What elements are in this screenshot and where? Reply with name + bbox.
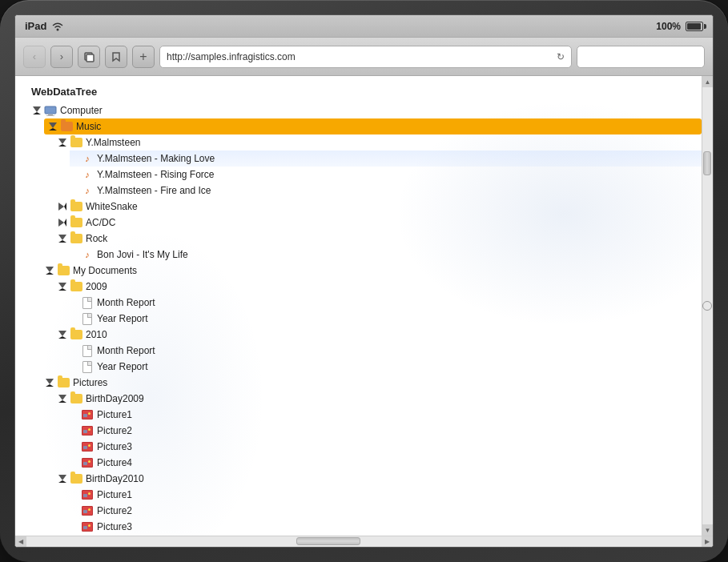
svg-rect-3	[45, 106, 56, 114]
toggle-2010[interactable]	[57, 329, 68, 340]
tabs-icon	[83, 51, 95, 62]
toggle-pictures[interactable]	[44, 377, 55, 388]
toggle-rock[interactable]	[57, 233, 68, 244]
computer-icon	[44, 104, 57, 117]
label-making-love: Y.Malmsteen - Making Love	[97, 153, 215, 164]
picture-icon-3-2010	[81, 520, 94, 533]
tree-item-pic3-2010[interactable]: Picture3	[70, 519, 702, 535]
tree-item-bon-jovi[interactable]: ♪ Bon Jovi - It's My Life	[70, 247, 702, 263]
children-birthday2010: Picture1 Pictu	[57, 487, 702, 535]
svg-rect-5	[46, 115, 54, 116]
tree-item-pic4-2009[interactable]: Picture4	[70, 455, 702, 471]
tree-item-rock[interactable]: Rock	[57, 231, 702, 247]
ipad-screen: iPad 100% ‹ ›	[14, 14, 714, 548]
tree-item-pic3-2009[interactable]: Picture3	[70, 439, 702, 455]
tree-item-year-2010[interactable]: Year Report	[70, 359, 702, 375]
tree-container[interactable]: WebDataTree	[15, 76, 702, 536]
toggle-ymalmsteen[interactable]	[57, 137, 68, 148]
url-text: http://samples.infragistics.com	[167, 51, 553, 62]
folder-icon-pictures	[57, 376, 70, 389]
label-month-2009: Month Report	[97, 297, 155, 308]
label-month-2010: Month Report	[97, 345, 155, 356]
tree-item-whitesnake[interactable]: WhiteSnake	[57, 199, 702, 215]
label-ymalmsteen: Y.Malmsteen	[86, 137, 140, 148]
tree-item-year-2009[interactable]: Year Report	[70, 311, 702, 327]
ipad-frame: iPad 100% ‹ ›	[0, 0, 728, 562]
tree-item-fire-and-ice[interactable]: ♪ Y.Malmsteen - Fire and Ice	[70, 183, 702, 199]
picture-icon-1-2009	[81, 408, 94, 421]
picture-icon-1-2010	[81, 488, 94, 501]
picture-icon-4-2009	[81, 456, 94, 469]
label-pic2-2009: Picture2	[97, 425, 132, 436]
toggle-2009[interactable]	[57, 281, 68, 292]
toggle-mydocuments[interactable]	[44, 265, 55, 276]
url-bar[interactable]: http://samples.infragistics.com ↻	[159, 46, 572, 68]
search-bar[interactable]	[577, 46, 705, 68]
tree-item-month-2010[interactable]: Month Report	[70, 343, 702, 359]
label-acdc: AC/DC	[86, 217, 115, 228]
expand-icon-music	[49, 122, 57, 130]
tree-item-network[interactable]: Network	[44, 535, 702, 536]
tree-item-2010[interactable]: 2010	[57, 327, 702, 343]
new-tab-button[interactable]: +	[132, 46, 155, 68]
tree-item-pictures[interactable]: Pictures	[44, 375, 702, 391]
tree-item-pic1-2010[interactable]: Picture1	[70, 487, 702, 503]
tree-item-pic2-2009[interactable]: Picture2	[70, 423, 702, 439]
label-birthday2009: BirthDay2009	[86, 393, 144, 404]
tree-title: WebDataTree	[31, 84, 702, 102]
label-music: Music	[76, 121, 101, 132]
toggle-music[interactable]	[47, 121, 58, 132]
folder-icon-rock	[70, 232, 82, 245]
status-left: iPad	[25, 20, 64, 32]
scroll-circle	[702, 301, 712, 311]
scroll-thumb-vertical[interactable]	[703, 151, 711, 175]
label-whitesnake: WhiteSnake	[86, 201, 138, 212]
toggle-birthday2009[interactable]	[57, 393, 68, 404]
scroll-up-arrow[interactable]: ▲	[702, 76, 714, 87]
label-pictures: Pictures	[73, 377, 107, 388]
tree-item-birthday2010[interactable]: BirthDay2010	[57, 471, 702, 487]
battery-fill	[687, 23, 701, 30]
tree-item-mydocuments[interactable]: My Documents	[44, 263, 702, 279]
tree-item-2009[interactable]: 2009	[57, 279, 702, 295]
label-year-2010: Year Report	[97, 361, 148, 372]
label-year-2009: Year Report	[97, 313, 148, 324]
tree-item-computer[interactable]: Computer	[31, 102, 702, 118]
expand-icon-2010	[58, 331, 66, 339]
back-button[interactable]: ‹	[23, 46, 46, 68]
tree-item-ymalmsteen[interactable]: Y.Malmsteen	[57, 134, 702, 151]
tree-item-making-love[interactable]: ♪ Y.Malmsteen - Making Love	[70, 151, 702, 167]
tree-item-birthday2009[interactable]: BirthDay2009	[57, 391, 702, 407]
doc-icon-month-2009	[81, 296, 94, 309]
forward-button[interactable]: ›	[50, 46, 73, 68]
tree-item-music[interactable]: Music	[44, 118, 702, 134]
toggle-acdc[interactable]	[57, 217, 68, 228]
folder-icon-birthday2010	[70, 472, 82, 485]
bookmarks-button[interactable]	[105, 46, 127, 68]
scroll-track-vertical[interactable]	[702, 87, 713, 524]
toggle-computer[interactable]	[31, 105, 42, 116]
label-rock: Rock	[86, 233, 107, 244]
scroll-down-arrow[interactable]: ▼	[702, 524, 714, 536]
brand-label: iPad	[25, 20, 46, 32]
folder-icon-acdc	[70, 216, 82, 229]
scroll-track-horizontal[interactable]	[26, 536, 702, 547]
tree-item-pic1-2009[interactable]: Picture1	[70, 407, 702, 423]
scroll-left-arrow[interactable]: ◀	[15, 536, 26, 548]
toggle-whitesnake[interactable]	[57, 201, 68, 212]
tree-node-mydocuments: My Documents	[44, 263, 702, 375]
music-icon-fire-and-ice: ♪	[81, 184, 94, 197]
nav-bar: ‹ › + http://samples.infragistics.com ↻	[15, 38, 713, 76]
scroll-right-arrow[interactable]: ▶	[702, 536, 713, 548]
scroll-thumb-horizontal[interactable]	[296, 537, 360, 545]
svg-point-0	[57, 28, 59, 30]
toggle-birthday2010[interactable]	[57, 473, 68, 484]
reload-button[interactable]: ↻	[557, 51, 565, 62]
tabs-button[interactable]	[78, 46, 100, 68]
tree-item-rising-force[interactable]: ♪ Y.Malmsteen - Rising Force	[70, 167, 702, 183]
tree-item-acdc[interactable]: AC/DC	[57, 215, 702, 231]
tree-node-ymalmsteen: Y.Malmsteen ♪	[57, 134, 702, 199]
folder-icon-whitesnake	[70, 200, 82, 213]
tree-item-month-2009[interactable]: Month Report	[70, 295, 702, 311]
tree-item-pic2-2010[interactable]: Picture2	[70, 503, 702, 519]
